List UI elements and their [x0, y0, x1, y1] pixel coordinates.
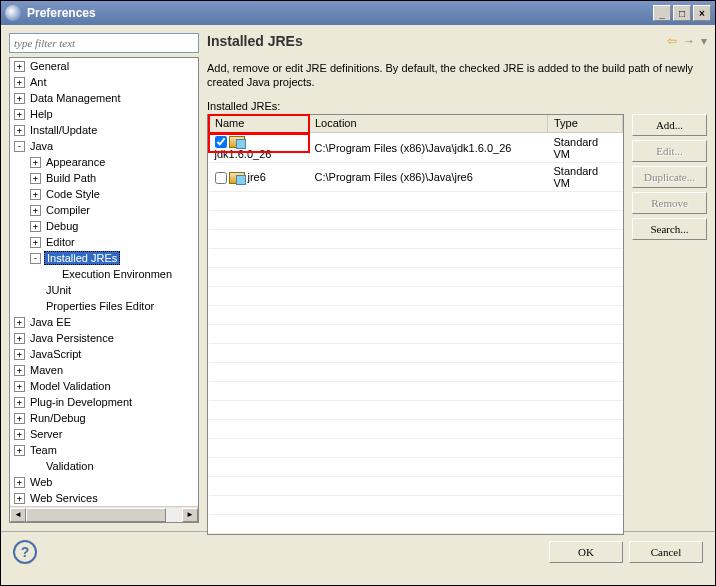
jre-checkbox[interactable] [215, 136, 227, 148]
tree-item-maven[interactable]: +Maven [10, 362, 198, 378]
tree-item-javascript[interactable]: +JavaScript [10, 346, 198, 362]
edit-button[interactable]: Edit... [632, 140, 707, 162]
expander-icon[interactable]: + [14, 109, 25, 120]
table-row [209, 363, 623, 382]
tree-item-label: Execution Environmen [60, 268, 174, 280]
tree-item-team[interactable]: +Team [10, 442, 198, 458]
tree-item-junit[interactable]: JUnit [10, 282, 198, 298]
page-title: Installed JREs [207, 33, 667, 49]
expander-icon[interactable]: + [14, 93, 25, 104]
help-button[interactable]: ? [13, 540, 37, 564]
filter-input[interactable] [9, 33, 199, 53]
expander-icon[interactable]: + [14, 365, 25, 376]
tree-item-build-path[interactable]: +Build Path [10, 170, 198, 186]
tree-item-java[interactable]: -Java [10, 138, 198, 154]
search-button[interactable]: Search... [632, 218, 707, 240]
table-row [209, 420, 623, 439]
expander-icon[interactable]: + [14, 445, 25, 456]
expander-icon[interactable]: + [14, 381, 25, 392]
scroll-right-icon[interactable]: ► [182, 508, 198, 522]
expander-icon[interactable]: + [30, 157, 41, 168]
close-button[interactable]: × [693, 5, 711, 21]
table-row [209, 306, 623, 325]
expander-icon[interactable]: + [30, 189, 41, 200]
expander-icon[interactable]: + [30, 173, 41, 184]
table-row [209, 515, 623, 534]
expander-icon[interactable]: - [14, 141, 25, 152]
maximize-button[interactable]: □ [673, 5, 691, 21]
tree-item-properties-files-editor[interactable]: Properties Files Editor [10, 298, 198, 314]
tree-item-label: Server [28, 428, 64, 440]
tree-item-label: Java Persistence [28, 332, 116, 344]
minimize-button[interactable]: _ [653, 5, 671, 21]
remove-button[interactable]: Remove [632, 192, 707, 214]
tree-item-help[interactable]: +Help [10, 106, 198, 122]
tree-item-install-update[interactable]: +Install/Update [10, 122, 198, 138]
tree-item-label: Maven [28, 364, 65, 376]
expander-icon[interactable]: - [30, 253, 41, 264]
expander-icon[interactable]: + [14, 349, 25, 360]
tree-item-label: JUnit [44, 284, 73, 296]
expander-icon[interactable]: + [30, 205, 41, 216]
table-row[interactable]: jre6C:\Program Files (x86)\Java\jre6Stan… [209, 163, 623, 192]
expander-icon[interactable]: + [14, 429, 25, 440]
tree-item-code-style[interactable]: +Code Style [10, 186, 198, 202]
tree-item-label: Ant [28, 76, 49, 88]
tree-item-plug-in-development[interactable]: +Plug-in Development [10, 394, 198, 410]
tree-item-ant[interactable]: +Ant [10, 74, 198, 90]
col-location[interactable]: Location [309, 115, 548, 133]
col-name[interactable]: Name [209, 115, 309, 133]
tree-item-installed-jres[interactable]: -Installed JREs [10, 250, 198, 266]
tree-item-java-persistence[interactable]: +Java Persistence [10, 330, 198, 346]
jre-checkbox[interactable] [215, 172, 227, 184]
tree-item-label: Build Path [44, 172, 98, 184]
cancel-button[interactable]: Cancel [629, 541, 703, 563]
horizontal-scrollbar[interactable]: ◄ ► [10, 506, 198, 522]
expander-icon[interactable]: + [30, 221, 41, 232]
tree-item-web-services[interactable]: +Web Services [10, 490, 198, 506]
table-row [209, 458, 623, 477]
jre-name: jre6 [248, 171, 266, 183]
tree-item-java-ee[interactable]: +Java EE [10, 314, 198, 330]
tree-item-data-management[interactable]: +Data Management [10, 90, 198, 106]
table-row [209, 268, 623, 287]
tree-item-web[interactable]: +Web [10, 474, 198, 490]
tree-item-appearance[interactable]: +Appearance [10, 154, 198, 170]
dropdown-icon[interactable]: ▾ [701, 34, 707, 48]
jre-name: jdk1.6.0_26 [215, 148, 272, 160]
tree-item-compiler[interactable]: +Compiler [10, 202, 198, 218]
tree-item-label: Code Style [44, 188, 102, 200]
tree-item-label: Run/Debug [28, 412, 88, 424]
forward-icon[interactable]: → [683, 34, 695, 48]
tree-item-label: Java EE [28, 316, 73, 328]
tree-item-server[interactable]: +Server [10, 426, 198, 442]
tree-item-model-validation[interactable]: +Model Validation [10, 378, 198, 394]
col-type[interactable]: Type [548, 115, 623, 133]
expander-icon[interactable]: + [14, 333, 25, 344]
table-label: Installed JREs: [207, 100, 707, 112]
tree-item-editor[interactable]: +Editor [10, 234, 198, 250]
tree-item-debug[interactable]: +Debug [10, 218, 198, 234]
expander-icon[interactable]: + [14, 413, 25, 424]
expander-icon[interactable]: + [30, 237, 41, 248]
tree-item-label: Model Validation [28, 380, 113, 392]
tree-item-run-debug[interactable]: +Run/Debug [10, 410, 198, 426]
expander-icon[interactable]: + [14, 61, 25, 72]
scroll-left-icon[interactable]: ◄ [10, 508, 26, 522]
expander-icon[interactable]: + [14, 477, 25, 488]
ok-button[interactable]: OK [549, 541, 623, 563]
duplicate-button[interactable]: Duplicate... [632, 166, 707, 188]
expander-icon[interactable]: + [14, 77, 25, 88]
expander-icon[interactable]: + [14, 125, 25, 136]
tree-item-general[interactable]: +General [10, 58, 198, 74]
table-row[interactable]: jdk1.6.0_26C:\Program Files (x86)\Java\j… [209, 133, 623, 163]
expander-icon[interactable]: + [14, 397, 25, 408]
tree-item-validation[interactable]: Validation [10, 458, 198, 474]
tree-item-execution-environmen[interactable]: Execution Environmen [10, 266, 198, 282]
add-button[interactable]: Add... [632, 114, 707, 136]
scroll-thumb[interactable] [26, 508, 166, 522]
back-icon[interactable]: ⇦ [667, 34, 677, 48]
expander-icon[interactable]: + [14, 317, 25, 328]
expander-icon[interactable]: + [14, 493, 25, 504]
table-row [209, 211, 623, 230]
